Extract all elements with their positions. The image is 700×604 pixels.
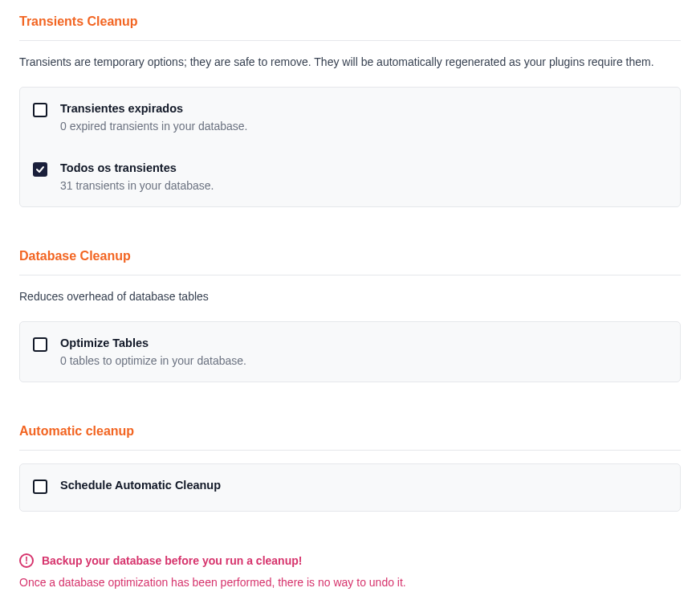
database-cleanup-title: Database Cleanup bbox=[19, 249, 681, 275]
optimize-tables-checkbox[interactable] bbox=[33, 337, 47, 352]
automatic-options-panel: Schedule Automatic Cleanup bbox=[19, 463, 681, 512]
expired-transients-checkbox[interactable] bbox=[33, 103, 47, 117]
backup-warning-sub: Once a database optimization has been pe… bbox=[19, 576, 681, 589]
all-transients-checkbox[interactable] bbox=[33, 162, 47, 177]
schedule-cleanup-label: Schedule Automatic Cleanup bbox=[60, 479, 667, 492]
backup-warning-row: ! Backup your database before you run a … bbox=[19, 553, 681, 568]
database-cleanup-section: Database Cleanup Reduces overhead of dat… bbox=[19, 249, 681, 382]
all-transients-label: Todos os transientes bbox=[60, 161, 667, 174]
expired-transients-option: Transientes expirados 0 expired transien… bbox=[33, 102, 667, 133]
warning-icon: ! bbox=[19, 553, 34, 568]
database-options-panel: Optimize Tables 0 tables to optimize in … bbox=[19, 321, 681, 382]
transients-cleanup-title: Transients Cleanup bbox=[19, 14, 681, 41]
optimize-tables-label: Optimize Tables bbox=[60, 337, 667, 349]
schedule-cleanup-option: Schedule Automatic Cleanup bbox=[33, 479, 667, 496]
automatic-cleanup-title: Automatic cleanup bbox=[19, 424, 681, 451]
transients-cleanup-description: Transients are temporary options; they a… bbox=[19, 54, 681, 71]
optimize-tables-sub: 0 tables to optimize in your database. bbox=[60, 354, 667, 367]
transients-cleanup-section: Transients Cleanup Transients are tempor… bbox=[19, 14, 681, 207]
automatic-cleanup-section: Automatic cleanup Schedule Automatic Cle… bbox=[19, 424, 681, 512]
all-transients-option: Todos os transientes 31 transients in yo… bbox=[33, 161, 667, 192]
expired-transients-sub: 0 expired transients in your database. bbox=[60, 120, 667, 133]
database-cleanup-description: Reduces overhead of database tables bbox=[19, 288, 681, 305]
backup-warning-text: Backup your database before you run a cl… bbox=[42, 554, 302, 567]
all-transients-sub: 31 transients in your database. bbox=[60, 179, 667, 192]
expired-transients-label: Transientes expirados bbox=[60, 102, 667, 115]
optimize-tables-option: Optimize Tables 0 tables to optimize in … bbox=[33, 337, 667, 367]
transients-options-panel: Transientes expirados 0 expired transien… bbox=[19, 87, 681, 207]
schedule-cleanup-checkbox[interactable] bbox=[33, 480, 47, 494]
